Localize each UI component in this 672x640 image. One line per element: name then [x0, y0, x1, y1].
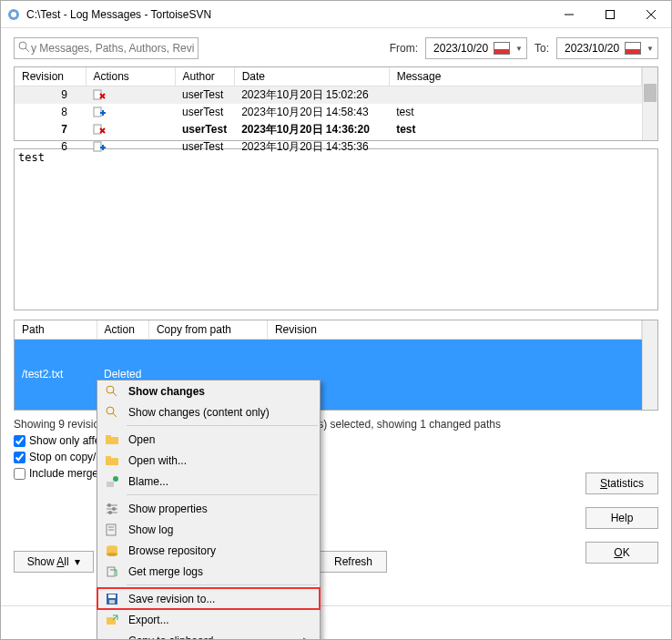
rev-number: 9: [15, 86, 86, 104]
svg-rect-17: [94, 142, 101, 151]
rev-message: [389, 138, 642, 156]
separator: [127, 584, 318, 585]
rev-author: userTest: [175, 138, 234, 156]
folder-icon: [103, 432, 121, 447]
svg-point-28: [113, 476, 118, 482]
commit-message-view[interactable]: test: [14, 148, 658, 310]
svg-line-7: [25, 48, 29, 52]
right-buttons: Statistics Help OK: [585, 472, 658, 564]
col-copy-from[interactable]: Copy from path: [148, 320, 267, 339]
col-path[interactable]: Path: [15, 320, 97, 339]
rev-message: test: [389, 104, 642, 121]
col-author[interactable]: Author: [175, 67, 234, 86]
statistics-button[interactable]: Statistics: [585, 472, 658, 494]
magnifier-icon: [103, 384, 121, 399]
file-path: /test2.txt: [15, 339, 97, 410]
revision-row[interactable]: 8userTest2023年10月20日 14:58:43test: [15, 104, 642, 121]
revision-row[interactable]: 6userTest2023年10月20日 14:35:36: [15, 138, 642, 156]
rev-action-icon: [86, 86, 175, 104]
rev-date: 2023年10月20日 14:35:36: [234, 138, 389, 156]
rev-message: [389, 86, 642, 104]
svg-rect-27: [106, 456, 111, 460]
maximize-button[interactable]: [589, 1, 630, 28]
revisions-scrollbar[interactable]: [642, 67, 657, 140]
window-title: C:\Test - Log Messages - TortoiseSVN: [26, 8, 548, 21]
filter-toolbar: From: 2023/10/20 ▼ To: 2023/10/20 ▼: [1, 28, 671, 66]
rev-action-icon: [86, 104, 175, 121]
rev-action-icon: [86, 121, 175, 138]
svg-point-1: [11, 12, 16, 17]
revision-row[interactable]: 9userTest2023年10月20日 15:02:26: [15, 86, 642, 104]
app-icon: [6, 7, 21, 22]
svg-point-34: [112, 507, 116, 511]
search-input[interactable]: [31, 42, 194, 55]
rev-author: userTest: [175, 86, 234, 104]
titlebar: C:\Test - Log Messages - TortoiseSVN: [1, 1, 671, 28]
svg-point-35: [108, 511, 112, 514]
minimize-button[interactable]: [548, 1, 589, 28]
calendar-icon: [625, 42, 641, 55]
chevron-down-icon: ▼: [647, 45, 654, 53]
col-action[interactable]: Action: [97, 320, 148, 339]
ctx-save-revision-to[interactable]: Save revision to...: [97, 588, 320, 609]
refresh-button[interactable]: Refresh: [320, 551, 387, 573]
rev-number: 8: [15, 104, 86, 121]
help-button[interactable]: Help: [585, 507, 658, 529]
close-button[interactable]: [630, 1, 671, 28]
svg-rect-45: [109, 600, 115, 604]
ctx-show-log[interactable]: Show log: [97, 519, 320, 540]
ctx-export[interactable]: Export...: [97, 609, 320, 630]
ctx-show-properties[interactable]: Show properties: [97, 498, 320, 519]
ctx-show-changes-content[interactable]: Show changes (content only): [97, 401, 320, 422]
svg-line-23: [113, 413, 117, 417]
ctx-get-merge-logs[interactable]: Get merge logs: [97, 561, 320, 582]
ctx-browse-repo[interactable]: Browse repository: [97, 540, 320, 561]
to-label: To:: [535, 42, 549, 55]
ctx-blame[interactable]: Blame...: [97, 471, 320, 492]
ctx-show-changes[interactable]: Show changes: [97, 381, 320, 401]
col-message[interactable]: Message: [389, 67, 642, 86]
ctx-open-with[interactable]: Open with...: [97, 450, 320, 471]
context-menu: Show changes Show changes (content only)…: [97, 380, 321, 640]
ctx-copy-clipboard[interactable]: Copy to clipboard ▶: [97, 630, 320, 640]
ctx-open[interactable]: Open: [97, 429, 320, 450]
col-revision[interactable]: Revision: [267, 320, 642, 339]
col-date[interactable]: Date: [234, 67, 389, 86]
revisions-list[interactable]: Revision Actions Author Date Message 9us…: [14, 66, 658, 141]
separator: [127, 425, 318, 426]
svg-rect-44: [108, 594, 116, 598]
col-actions[interactable]: Actions: [86, 67, 175, 86]
rev-message: test: [389, 121, 642, 138]
svg-rect-29: [107, 482, 114, 487]
rev-date: 2023年10月20日 14:58:43: [234, 104, 389, 121]
rev-number: 6: [15, 138, 86, 156]
from-date[interactable]: 2023/10/20 ▼: [425, 37, 527, 59]
search-input-wrap[interactable]: [14, 37, 199, 59]
svg-point-22: [107, 407, 114, 414]
from-label: From:: [390, 42, 418, 55]
to-date-value: 2023/10/20: [565, 42, 619, 55]
svg-rect-11: [94, 107, 101, 117]
show-all-button[interactable]: Show All ▾: [14, 551, 94, 573]
to-date[interactable]: 2023/10/20 ▼: [556, 37, 658, 59]
chevron-down-icon: ▼: [515, 45, 523, 53]
export-icon: [103, 613, 121, 627]
calendar-icon: [494, 42, 510, 55]
rev-action-icon: [86, 138, 175, 156]
files-header-row: Path Action Copy from path Revision: [15, 320, 642, 339]
repo-icon: [103, 543, 121, 558]
revisions-header-row: Revision Actions Author Date Message: [15, 67, 642, 86]
log-icon: [103, 523, 121, 537]
blame-icon: [103, 474, 121, 489]
revision-row[interactable]: 7userTest2023年10月20日 14:36:20test: [15, 121, 642, 138]
save-icon: [103, 592, 121, 606]
svg-point-6: [19, 42, 26, 49]
merge-icon: [103, 564, 121, 579]
ok-button[interactable]: OK: [585, 542, 658, 564]
files-scrollbar[interactable]: [642, 320, 657, 410]
rev-author: userTest: [175, 104, 234, 121]
svg-rect-3: [606, 10, 614, 18]
col-revision[interactable]: Revision: [15, 67, 86, 86]
search-icon: [18, 41, 31, 56]
svg-rect-42: [107, 567, 115, 576]
